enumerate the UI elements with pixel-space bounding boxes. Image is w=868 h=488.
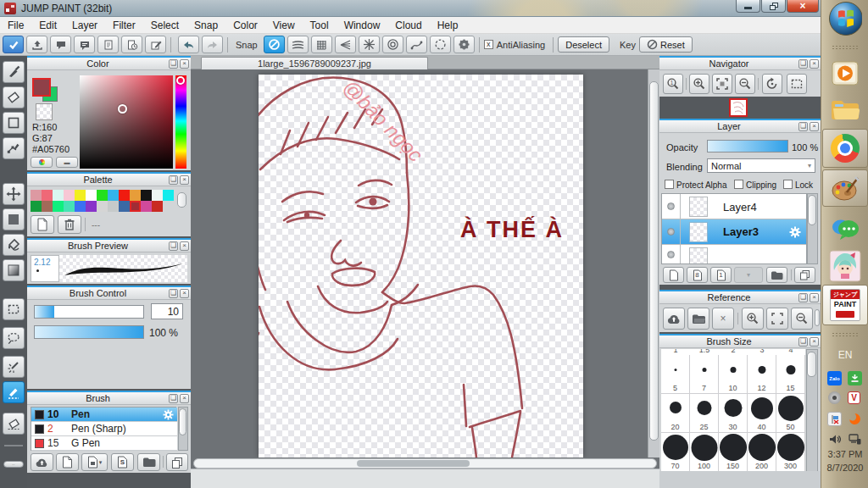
- menu-window[interactable]: Window: [337, 19, 388, 31]
- brush-panel-popout-icon[interactable]: ❏: [169, 394, 178, 403]
- rect-fill-tool[interactable]: [3, 208, 25, 230]
- menu-select[interactable]: Select: [143, 19, 186, 31]
- minimize-button[interactable]: [736, 0, 760, 13]
- palette-swatch[interactable]: [97, 190, 108, 201]
- brush-list-scrollbar[interactable]: [178, 407, 188, 451]
- brush-list-scroll-thumb[interactable]: [179, 408, 186, 435]
- layer-row-partial[interactable]: [662, 245, 806, 264]
- canvas-hscroll-thumb[interactable]: [357, 460, 470, 467]
- palette-swatch[interactable]: [119, 201, 130, 212]
- layer-visibility-toggle[interactable]: [662, 245, 681, 264]
- brush-size-slider[interactable]: [34, 305, 144, 319]
- reference-zoom-out-button[interactable]: [791, 308, 813, 330]
- snap-radial-button[interactable]: [359, 36, 380, 53]
- brush-size-cell[interactable]: 7: [690, 355, 719, 394]
- color-panel-popout-icon[interactable]: ❏: [169, 59, 178, 69]
- layer-scroll-thumb[interactable]: [808, 195, 816, 225]
- brush-add-button[interactable]: [56, 453, 79, 471]
- brush-size-cell[interactable]: 25: [690, 394, 719, 433]
- snap-concentric-button[interactable]: [382, 36, 403, 53]
- navigator-popout-icon[interactable]: ❏: [798, 59, 808, 69]
- palette-delete-button[interactable]: [58, 215, 81, 234]
- reset-button[interactable]: Reset: [639, 36, 693, 53]
- antialiasing-checkbox[interactable]: x: [484, 40, 493, 49]
- snap-settings-button[interactable]: [453, 36, 475, 53]
- language-indicator[interactable]: EN: [821, 349, 868, 361]
- palette-swatch[interactable]: [75, 190, 86, 201]
- brush-preview-popout-icon[interactable]: ❏: [169, 241, 178, 251]
- canvas-viewport[interactable]: @bảo ngọc À THẾ À: [191, 69, 659, 458]
- layer-add-8bit-button[interactable]: 8: [687, 267, 708, 283]
- brush-size-scrollbar[interactable]: [806, 349, 818, 488]
- brush-size-cell[interactable]: 200: [748, 433, 776, 472]
- menu-edit[interactable]: Edit: [31, 19, 64, 31]
- brush-duplicate-button[interactable]: [166, 453, 188, 471]
- palette-swatch[interactable]: [53, 201, 64, 212]
- menu-color[interactable]: Color: [225, 19, 265, 31]
- layer-add-button[interactable]: [663, 267, 684, 283]
- brush-item-g-pen[interactable]: 15 G Pen: [31, 436, 177, 451]
- brush-size-popout-icon[interactable]: ❏: [798, 337, 808, 347]
- taskbar-paint-app[interactable]: [828, 172, 862, 206]
- palette-swatch[interactable]: [163, 190, 174, 201]
- layer-folder-button[interactable]: [766, 267, 787, 283]
- zoom-actual-button[interactable]: 1: [663, 74, 683, 94]
- reference-close-icon[interactable]: ×: [810, 293, 819, 302]
- menu-file[interactable]: File: [0, 19, 31, 31]
- reference-scroll-pill[interactable]: [815, 309, 820, 326]
- deselect-button[interactable]: Deselect: [558, 36, 609, 53]
- tray-volume-icon[interactable]: [827, 432, 842, 446]
- brush-cloud-button[interactable]: [31, 453, 53, 471]
- palette-swatch[interactable]: [141, 201, 152, 212]
- transparent-color-swatch[interactable]: [36, 103, 53, 120]
- saturation-value-picker[interactable]: [80, 75, 173, 169]
- layer-opacity-slider[interactable]: [707, 140, 788, 152]
- brush-size-cell[interactable]: 40: [748, 394, 776, 433]
- snap-vanishing-button[interactable]: [335, 36, 356, 53]
- hue-slider[interactable]: [175, 75, 186, 169]
- palette-swatch[interactable]: [152, 190, 163, 201]
- layer-add-1bit-button[interactable]: 1: [710, 267, 732, 283]
- eraser-tool[interactable]: [3, 86, 25, 108]
- color-options-button[interactable]: ▬: [56, 157, 78, 168]
- cloud-sync-button[interactable]: [3, 36, 24, 53]
- brush-size-cell[interactable]: 5: [661, 355, 690, 394]
- menu-tool[interactable]: Tool: [303, 19, 337, 31]
- tray-zalo-icon[interactable]: Zalo: [827, 371, 842, 385]
- comment-button[interactable]: [50, 36, 71, 53]
- select-eraser-tool[interactable]: [3, 413, 25, 435]
- menu-layer[interactable]: Layer: [64, 19, 105, 31]
- toolbar-collapse-handle[interactable]: ∙∙: [3, 461, 24, 468]
- tray-network-icon[interactable]: [848, 432, 862, 446]
- select-pen-tool[interactable]: [3, 381, 25, 403]
- palette-add-button[interactable]: [31, 215, 54, 234]
- brush-preview-close-icon[interactable]: ×: [180, 241, 189, 251]
- layer-row-layer4[interactable]: Layer4: [662, 194, 806, 219]
- taskbar-jump-paint-app[interactable]: ジャンプ PAINT: [828, 288, 862, 322]
- brush-size-input[interactable]: 10: [151, 303, 183, 319]
- palette-swatch[interactable]: [64, 190, 75, 201]
- color-panel-close-icon[interactable]: ×: [180, 59, 189, 69]
- bucket-tool[interactable]: [3, 234, 25, 256]
- gradient-tool[interactable]: [3, 259, 25, 281]
- palette-swatch[interactable]: [42, 190, 53, 201]
- move-tool[interactable]: [3, 183, 25, 205]
- brush-add-from-image-button[interactable]: ▾: [81, 453, 108, 471]
- select-rect-tool[interactable]: [3, 298, 25, 320]
- layer-visibility-toggle[interactable]: [662, 219, 681, 244]
- canvas-hscrollbar[interactable]: [193, 458, 657, 469]
- palette-swatch[interactable]: [108, 201, 119, 212]
- brush-size-scroll-thumb[interactable]: [807, 352, 816, 377]
- restore-button[interactable]: [761, 0, 786, 13]
- canvas[interactable]: @bảo ngọc À THẾ À: [259, 75, 583, 458]
- zoom-fit-button[interactable]: [712, 74, 732, 94]
- reset-view-button[interactable]: [787, 74, 807, 94]
- snap-grid-button[interactable]: [311, 36, 332, 53]
- palette-swatch[interactable]: [119, 190, 130, 201]
- palette-swatch[interactable]: [130, 190, 141, 201]
- palette-swatch[interactable]: [152, 201, 163, 212]
- publish-button[interactable]: [26, 36, 47, 53]
- navigator-preview-area[interactable]: [659, 97, 821, 119]
- palette-scroll-pill[interactable]: [177, 192, 186, 208]
- tray-idm-icon[interactable]: [848, 371, 862, 385]
